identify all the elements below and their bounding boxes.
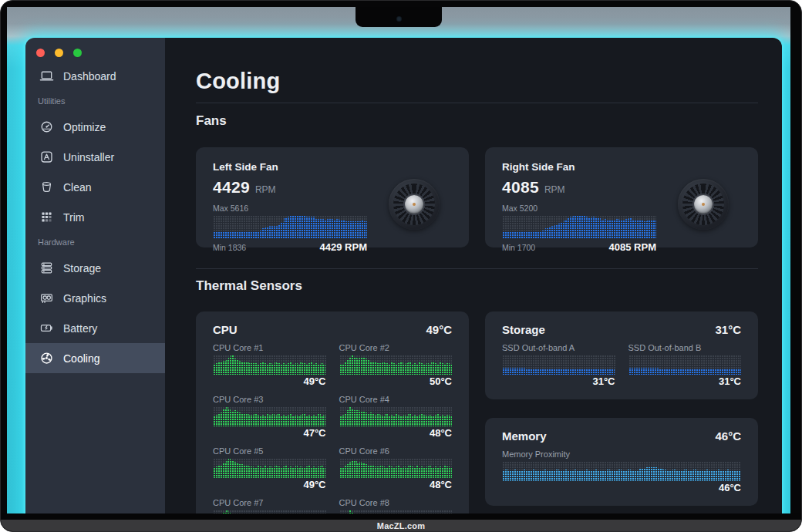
fan-rpm-unit: RPM xyxy=(255,184,276,195)
sensor-card-title: Storage xyxy=(502,323,545,336)
sensor-history-chart xyxy=(502,461,741,481)
fan-current-label: 4429 RPM xyxy=(320,241,367,253)
sidebar-item-battery[interactable]: Battery xyxy=(25,313,165,343)
fan-history-chart xyxy=(213,215,367,238)
sidebar-nav: DashboardUtilitiesOptimizeUninstallerCle… xyxy=(25,61,165,373)
bucket-icon xyxy=(39,180,54,195)
sidebar-item-trim[interactable]: Trim xyxy=(25,202,165,232)
sidebar-item-label: Dashboard xyxy=(63,70,116,82)
fan-hub xyxy=(405,195,423,214)
main-content: Cooling Fans Left Side Fan4429RPMMax 561… xyxy=(165,38,782,516)
sensor-tile: SSD Out-of-band A31°C xyxy=(502,343,615,387)
fan-icon xyxy=(678,179,729,230)
laptop-chin: MacZL.com xyxy=(1,520,801,531)
sensor-label: CPU Core #8 xyxy=(339,498,453,507)
fan-illustration xyxy=(389,179,440,230)
sensor-card-header: CPU49°C xyxy=(213,323,452,336)
fan-name: Left Side Fan xyxy=(213,161,367,173)
thermal-section-heading: Thermal Sensors xyxy=(196,278,758,294)
minimize-button[interactable] xyxy=(55,49,63,57)
battery-icon xyxy=(39,321,54,336)
fan-info: Right Side Fan4085RPMMax 5200Min 1700408… xyxy=(502,161,656,247)
fan-info: Left Side Fan4429RPMMax 5616Min 18364429… xyxy=(213,161,367,247)
fan-value-row: 4429RPM xyxy=(213,178,367,197)
sensor-temp: 49°C xyxy=(213,479,326,490)
sensor-label: SSD Out-of-band B xyxy=(628,343,742,352)
sidebar-item-label: Clean xyxy=(63,181,92,194)
sensor-card-header: Storage31°C xyxy=(502,323,741,336)
grid-icon xyxy=(39,210,54,225)
sensor-tile: CPU Core #250°C xyxy=(339,343,453,387)
page-title: Cooling xyxy=(196,69,758,94)
sensor-label: CPU Core #4 xyxy=(339,395,453,404)
app-window: DashboardUtilitiesOptimizeUninstallerCle… xyxy=(25,38,782,516)
sensor-temp: 48°C xyxy=(339,427,453,439)
camera-icon xyxy=(396,16,402,22)
sensor-tiles: Memory Proximity46°C xyxy=(502,450,741,493)
divider xyxy=(196,268,758,269)
gauge-icon xyxy=(39,120,54,135)
sensor-temp: 49°C xyxy=(213,375,326,387)
sensor-temp: 50°C xyxy=(339,375,453,387)
fan-min-label: Min 1836 xyxy=(213,243,246,252)
sidebar-item-cooling[interactable]: Cooling xyxy=(25,343,165,373)
sensor-tile: CPU Core #448°C xyxy=(339,395,453,439)
sidebar-item-clean[interactable]: Clean xyxy=(25,172,165,202)
sensor-label: Memory Proximity xyxy=(502,450,741,459)
fan-card: Right Side Fan4085RPMMax 5200Min 1700408… xyxy=(485,147,758,247)
display-notch xyxy=(356,7,442,27)
sensor-card-memory: Memory46°CMemory Proximity46°C xyxy=(485,418,758,506)
sensor-card-temp: 31°C xyxy=(715,323,741,336)
sensor-label: CPU Core #1 xyxy=(213,343,326,352)
sensor-history-chart xyxy=(339,458,453,478)
fan-max-label: Max 5200 xyxy=(502,204,656,213)
sidebar: DashboardUtilitiesOptimizeUninstallerCle… xyxy=(25,38,165,516)
sidebar-item-label: Graphics xyxy=(63,292,106,305)
fan-icon xyxy=(389,179,440,230)
sensor-tile: SSD Out-of-band B31°C xyxy=(628,343,742,387)
fan-chart-footer: Min 18364429 RPM xyxy=(213,241,367,253)
fan-current-label: 4085 RPM xyxy=(609,241,656,253)
sidebar-item-dashboard[interactable]: Dashboard xyxy=(25,61,165,91)
gpu-icon xyxy=(39,291,54,306)
sensor-card-header: Memory46°C xyxy=(502,429,741,443)
sensor-temp: 48°C xyxy=(339,479,453,490)
fan-card: Left Side Fan4429RPMMax 5616Min 18364429… xyxy=(196,147,469,247)
divider xyxy=(196,103,758,103)
sensors-right-column: Storage31°CSSD Out-of-band A31°CSSD Out-… xyxy=(485,311,758,516)
sensor-card-temp: 46°C xyxy=(715,429,741,443)
sidebar-item-label: Storage xyxy=(63,262,101,274)
laptop-screen: DashboardUtilitiesOptimizeUninstallerCle… xyxy=(7,7,790,516)
sidebar-item-uninstaller[interactable]: Uninstaller xyxy=(25,142,165,172)
sensor-history-chart xyxy=(339,406,453,426)
sidebar-item-label: Cooling xyxy=(63,352,99,365)
sensor-label: CPU Core #6 xyxy=(339,446,453,456)
fan-cards: Left Side Fan4429RPMMax 5616Min 18364429… xyxy=(196,147,758,247)
sensor-tile: CPU Core #549°C xyxy=(213,446,326,490)
sensor-history-chart xyxy=(628,355,742,375)
sensor-label: CPU Core #2 xyxy=(339,343,453,352)
sensor-temp: 31°C xyxy=(502,375,615,387)
fan-hub xyxy=(694,195,713,214)
close-button[interactable] xyxy=(36,49,45,57)
sidebar-item-storage[interactable]: Storage xyxy=(25,253,165,283)
server-icon xyxy=(39,261,54,276)
sidebar-item-optimize[interactable]: Optimize xyxy=(25,112,165,142)
sensor-history-chart xyxy=(339,355,453,375)
bezel-strip xyxy=(1,513,801,520)
zoom-button[interactable] xyxy=(73,49,82,57)
sidebar-item-label: Uninstaller xyxy=(63,151,114,163)
sensor-card-title: CPU xyxy=(213,323,238,336)
sidebar-item-label: Trim xyxy=(63,211,84,224)
sensor-label: CPU Core #3 xyxy=(213,395,326,404)
sidebar-item-label: Optimize xyxy=(63,121,106,133)
sensor-card-temp: 49°C xyxy=(426,323,452,336)
appstore-icon xyxy=(39,150,54,165)
sidebar-item-graphics[interactable]: Graphics xyxy=(25,283,165,313)
sensor-history-chart xyxy=(213,406,326,426)
sensor-temp: 47°C xyxy=(213,427,326,439)
sensor-label: SSD Out-of-band A xyxy=(502,343,615,352)
fans-section-heading: Fans xyxy=(196,113,758,129)
sensor-label: CPU Core #7 xyxy=(213,498,326,507)
sidebar-item-label: Battery xyxy=(63,322,97,335)
